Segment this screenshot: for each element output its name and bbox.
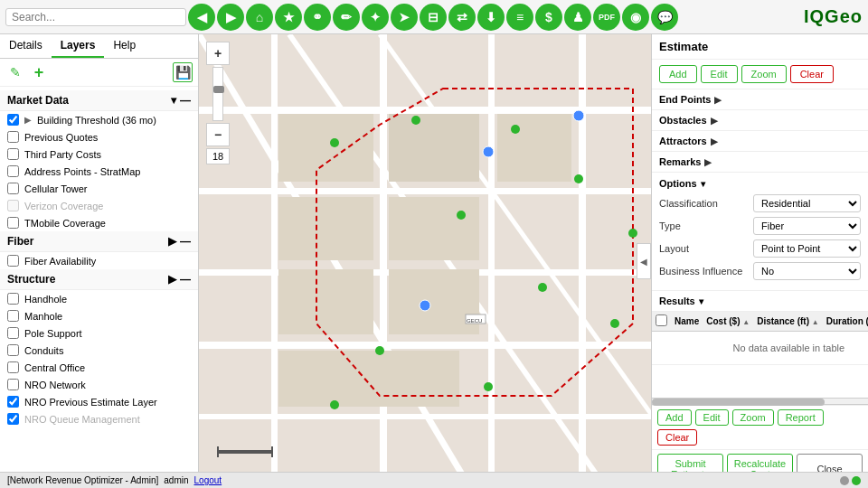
market-data-expand: ▾ xyxy=(171,94,176,107)
results-zoom-button[interactable]: Zoom xyxy=(732,409,774,426)
previous-quotes-checkbox[interactable] xyxy=(7,131,19,143)
type-select[interactable]: Fiber xyxy=(753,217,861,235)
handhole-label: Handhole xyxy=(24,294,191,305)
building-threshold-checkbox[interactable] xyxy=(7,114,19,126)
endpoints-section[interactable]: End Points ▶ xyxy=(652,89,868,110)
results-header[interactable]: Results ▾ xyxy=(652,291,868,312)
endpoints-arrow: ▶ xyxy=(714,95,722,105)
logout-link[interactable]: Logout xyxy=(194,475,222,485)
classification-select[interactable]: Residential xyxy=(753,194,861,212)
remarks-section[interactable]: Remarks ▶ xyxy=(652,152,868,173)
svg-text:GECU: GECU xyxy=(467,318,482,324)
results-scrollbar[interactable] xyxy=(652,398,868,405)
business-influence-row: Business Influence No xyxy=(659,262,861,280)
forward-button[interactable]: ▶ xyxy=(217,4,244,31)
estimate-zoom-button[interactable]: Zoom xyxy=(741,65,787,83)
star-button[interactable]: ★ xyxy=(275,4,302,31)
estimate-edit-button[interactable]: Edit xyxy=(701,65,738,83)
tmobile-coverage-checkbox[interactable] xyxy=(7,217,19,229)
svg-point-28 xyxy=(538,283,547,292)
manhole-checkbox[interactable] xyxy=(7,310,19,322)
business-influence-label: Business Influence xyxy=(659,266,750,277)
list-item: Cellular Tower xyxy=(0,180,198,197)
third-party-checkbox[interactable] xyxy=(7,148,19,160)
search-input[interactable] xyxy=(5,8,186,26)
pdf-button[interactable]: PDF xyxy=(593,4,620,31)
download-button[interactable]: ⬇ xyxy=(477,4,505,31)
cellular-tower-checkbox[interactable] xyxy=(7,183,19,194)
share-button[interactable]: ⇄ xyxy=(448,4,476,31)
estimate-add-button[interactable]: Add xyxy=(659,65,697,83)
tag-button[interactable]: ✦ xyxy=(362,4,389,31)
attractors-section[interactable]: Attractors ▶ xyxy=(652,131,868,152)
nro-network-checkbox[interactable] xyxy=(7,379,19,390)
print-button[interactable]: ⊟ xyxy=(420,4,447,31)
link-button[interactable]: ⚭ xyxy=(304,4,331,31)
svg-point-36 xyxy=(420,300,430,311)
zoom-in-button[interactable]: + xyxy=(206,42,230,65)
list-button[interactable]: ≡ xyxy=(506,4,533,31)
estimate-clear-button[interactable]: Clear xyxy=(790,65,834,83)
zoom-out-button[interactable]: − xyxy=(206,123,230,146)
svg-point-32 xyxy=(330,400,339,409)
tab-details[interactable]: Details xyxy=(0,34,52,58)
results-edit-button[interactable]: Edit xyxy=(695,409,729,426)
cost-sort-icon: ▲ xyxy=(742,318,750,326)
fiber-availability-checkbox[interactable] xyxy=(7,255,19,267)
conduits-checkbox[interactable] xyxy=(7,344,19,356)
panel-edit-button[interactable]: ✎ xyxy=(5,62,25,82)
results-clear-button[interactable]: Clear xyxy=(657,429,697,446)
central-office-label: Central Office xyxy=(24,362,191,373)
fiber-section[interactable]: Fiber ▶ — xyxy=(0,231,198,252)
layout-select[interactable]: Point to Point xyxy=(753,239,861,258)
tab-help[interactable]: Help xyxy=(104,34,145,58)
edit-button[interactable]: ✏ xyxy=(333,4,360,31)
panel-tabs: Details Layers Help xyxy=(0,34,198,59)
verizon-coverage-checkbox xyxy=(7,200,19,211)
svg-rect-17 xyxy=(497,114,571,182)
nro-previous-checkbox[interactable] xyxy=(7,396,19,408)
svg-rect-19 xyxy=(389,269,479,334)
list-item: Previous Quotes xyxy=(0,128,198,145)
map-collapse-button[interactable]: ◀ xyxy=(637,243,651,279)
chat-button[interactable]: 💬 xyxy=(651,4,678,31)
nav-button[interactable]: ➤ xyxy=(391,4,418,31)
select-all-checkbox[interactable] xyxy=(656,314,667,326)
dollar-button[interactable]: $ xyxy=(535,4,562,31)
handhole-checkbox[interactable] xyxy=(7,293,19,305)
people-button[interactable]: ♟ xyxy=(564,4,591,31)
scrollbar-thumb xyxy=(652,399,825,406)
zoom-slider[interactable] xyxy=(212,67,223,121)
structure-section[interactable]: Structure ▶ — xyxy=(0,269,198,290)
estimate-table: Name Cost ($) ▲ Distance (ft) ▲ Duration… xyxy=(652,312,868,365)
status-dot-green xyxy=(852,476,861,485)
panel-add-button[interactable]: + xyxy=(29,62,49,82)
options-header[interactable]: Options ▾ xyxy=(659,178,861,189)
svg-rect-39 xyxy=(217,450,271,454)
panel-save-button[interactable]: 💾 xyxy=(173,62,193,82)
svg-rect-13 xyxy=(278,114,373,182)
svg-point-23 xyxy=(330,138,339,147)
location-button[interactable]: ◉ xyxy=(622,4,649,31)
results-add-button[interactable]: Add xyxy=(657,409,692,426)
results-report-button[interactable]: Report xyxy=(778,409,824,426)
central-office-checkbox[interactable] xyxy=(7,361,19,373)
list-item: Central Office xyxy=(0,359,198,376)
address-points-checkbox[interactable] xyxy=(7,165,19,177)
layout-label: Layout xyxy=(659,243,750,254)
list-item: TMobile Coverage xyxy=(0,214,198,231)
svg-point-25 xyxy=(511,125,520,134)
home-button[interactable]: ⌂ xyxy=(246,4,273,31)
svg-rect-16 xyxy=(389,197,479,260)
pole-support-checkbox[interactable] xyxy=(7,327,19,339)
results-label: Results xyxy=(659,296,695,306)
back-button[interactable]: ◀ xyxy=(188,4,215,31)
svg-rect-8 xyxy=(488,34,495,488)
svg-point-29 xyxy=(610,319,619,328)
obstacles-section[interactable]: Obstacles ▶ xyxy=(652,110,868,131)
business-influence-select[interactable]: No xyxy=(753,262,861,280)
tab-layers[interactable]: Layers xyxy=(52,34,105,58)
building-threshold-label: Building Threshold (36 mo) xyxy=(37,115,191,126)
market-data-section[interactable]: Market Data ▾ — xyxy=(0,90,198,111)
map-area[interactable]: GECU + − 18 ◀ 50 m / 100 ft Map da xyxy=(199,34,651,488)
